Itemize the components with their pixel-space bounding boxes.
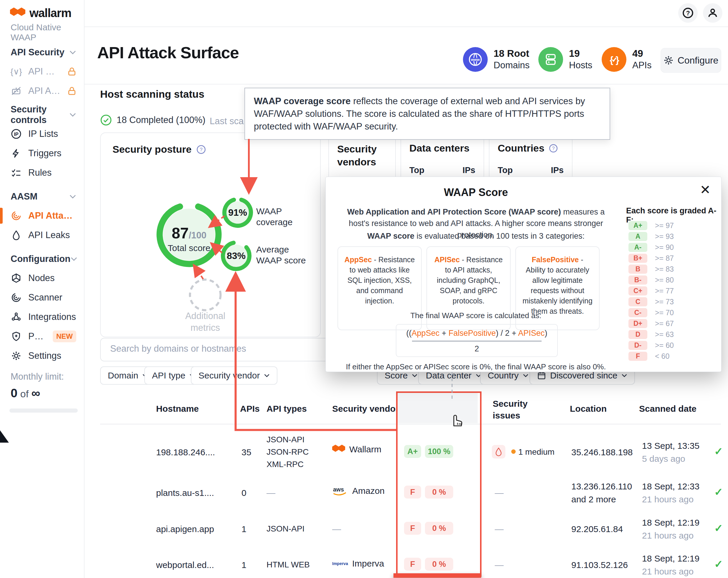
- account-button[interactable]: [703, 3, 722, 23]
- lock-icon: [68, 86, 76, 95]
- col-api-types[interactable]: API types: [266, 404, 307, 414]
- wallarm-logo-icon: [332, 445, 345, 455]
- security-posture-card: Security posture ? 87/100 Total score 91…: [100, 132, 321, 337]
- chevron-down-icon: [69, 112, 76, 117]
- question-icon[interactable]: ?: [549, 144, 558, 153]
- sidebar-section-security-controls[interactable]: Security controls: [0, 105, 84, 124]
- sidebar-section-configuration[interactable]: Configuration: [0, 250, 84, 268]
- last-scan-label[interactable]: Last sca: [210, 116, 243, 127]
- sidebar-item-api-discovery[interactable]: {∨} API Discovery: [0, 62, 84, 81]
- sidebar-item-ip-lists[interactable]: IP IP Lists: [0, 124, 84, 144]
- chevron-down-icon: [69, 50, 76, 55]
- date-cell: 18 Sept, 12:19: [642, 518, 699, 528]
- table-row[interactable]: 198.188.246.... 35 JSON-API JSON-RPC XML…: [100, 434, 722, 471]
- col-security-vendor[interactable]: Security vendor: [332, 404, 399, 414]
- api-type: HTML WEB: [266, 560, 310, 570]
- apis-cell: 1: [241, 560, 246, 570]
- divider: [84, 84, 728, 84]
- ip-icon: IP: [10, 128, 22, 139]
- sidebar: wallarm Cloud Native WAAP API Security {…: [0, 0, 84, 578]
- wallarm-logo-icon: [10, 7, 25, 19]
- api-type: JSON-RPC: [266, 447, 309, 457]
- issues-cell: —: [495, 488, 503, 498]
- configure-button[interactable]: Configure: [660, 48, 721, 73]
- grade-row: A->= 90: [628, 243, 674, 252]
- sidebar-item-settings[interactable]: Settings: [0, 346, 84, 365]
- table-row[interactable]: plants.au-s1.... 0 — aws Amazon F 0 % — …: [100, 475, 722, 511]
- sidebar-item-api-abuse-prevention[interactable]: API Abuse Prevention: [0, 81, 84, 101]
- grade-row: C->= 70: [628, 308, 674, 317]
- hand-cursor-icon: [448, 411, 464, 428]
- scan-ok-icon: ✓: [714, 445, 723, 458]
- hostname-cell[interactable]: 198.188.246....: [156, 447, 215, 457]
- scan-status-row: 18 Completed (100%): [100, 114, 206, 126]
- page-title: API Attack Surface: [97, 43, 239, 62]
- chevron-down-icon: [70, 257, 77, 262]
- braces-check-icon: {}: [602, 47, 626, 72]
- divider: [84, 26, 728, 27]
- stat-hosts: 19Hosts: [538, 47, 592, 72]
- radar-spiral-icon: [10, 210, 22, 221]
- braces-icon: {∨}: [10, 66, 22, 77]
- hostname-cell[interactable]: plants.au-s1....: [156, 488, 214, 498]
- api-type: JSON-API: [266, 524, 305, 533]
- grade-row: A>= 93: [628, 232, 674, 241]
- search-box[interactable]: [100, 338, 337, 361]
- waap-grade-badge: F: [404, 558, 421, 571]
- sidebar-item-api-leaks[interactable]: API Leaks: [0, 225, 84, 245]
- col-apis[interactable]: APIs: [240, 404, 260, 414]
- close-icon[interactable]: ✕: [700, 183, 711, 196]
- waap-score-badge: 100 %: [425, 445, 453, 458]
- search-input[interactable]: [109, 343, 329, 354]
- gear-icon: [664, 55, 674, 65]
- app-root: wallarm Cloud Native WAAP API Security {…: [0, 0, 728, 578]
- gear-icon: [10, 350, 22, 361]
- nodes-icon: [10, 273, 22, 284]
- sidebar-item-rules[interactable]: Rules: [0, 163, 84, 183]
- svg-text:}: }: [616, 54, 619, 65]
- grade-row: F< 60: [628, 352, 669, 361]
- table-row[interactable]: api.apigen.app 1 JSON-API — F 0 % — 92.2…: [100, 511, 722, 547]
- waap-score-badge: 0 %: [425, 486, 453, 499]
- sidebar-item-triggers[interactable]: Triggers: [0, 144, 84, 163]
- vendors-title: Securityvendors: [337, 142, 377, 168]
- severity-dot: [511, 449, 516, 454]
- waap-score-badge: 0 %: [425, 558, 453, 571]
- checklist-icon: [10, 167, 22, 178]
- col-security-issues[interactable]: Securityissues: [493, 398, 527, 421]
- issues-cell[interactable]: 1 medium: [518, 447, 554, 457]
- aws-logo-icon: aws: [332, 485, 348, 497]
- col-hostname[interactable]: Hostname: [156, 404, 199, 414]
- hostname-cell[interactable]: webportal.ed...: [156, 560, 214, 570]
- modal-note: If either the AppSec or APISec score is …: [335, 362, 617, 371]
- vendor-cell: —: [332, 524, 341, 534]
- sidebar-item-pentest-request[interactable]: Pentest request NEW: [0, 327, 84, 346]
- location-cell: 92.205.61.84: [571, 524, 623, 534]
- sidebar-section-api-security[interactable]: API Security: [0, 43, 84, 62]
- help-button[interactable]: ?: [678, 3, 698, 23]
- sidebar-item-scanner[interactable]: Scanner: [0, 288, 84, 307]
- col-location[interactable]: Location: [570, 404, 607, 414]
- ago-cell: 21 hours ago: [642, 494, 694, 504]
- hostname-cell[interactable]: api.apigen.app: [156, 524, 214, 534]
- sidebar-item-nodes[interactable]: Nodes: [0, 268, 84, 288]
- api-type: —: [266, 488, 275, 498]
- lock-icon: [68, 67, 76, 76]
- svg-text:?: ?: [552, 146, 554, 151]
- apis-cell: 35: [241, 447, 251, 457]
- calendar-icon: [537, 371, 546, 380]
- sidebar-item-integrations[interactable]: Integrations: [0, 307, 84, 327]
- scanner-spiral-icon: [10, 292, 22, 303]
- scan-ok-icon: ✓: [714, 486, 723, 498]
- sidebar-section-aasm[interactable]: AASM: [0, 187, 84, 206]
- waap-grade-badge: F: [404, 522, 421, 535]
- sidebar-item-api-attack-surface[interactable]: API Attack Surface: [0, 206, 84, 225]
- modal-eval-line: WAAP score is evaluated based on 100 tes…: [343, 231, 608, 241]
- posture-annotation-arrows: [101, 133, 320, 337]
- api-type: XML-RPC: [266, 460, 304, 469]
- filter-security-vendor[interactable]: Security vendor: [191, 366, 278, 385]
- ago-cell: 21 hours ago: [642, 531, 694, 541]
- location-more-cell[interactable]: and 2 more: [571, 494, 616, 504]
- grade-row: C>= 73: [628, 297, 674, 306]
- col-scanned-date[interactable]: Scanned date: [639, 404, 697, 414]
